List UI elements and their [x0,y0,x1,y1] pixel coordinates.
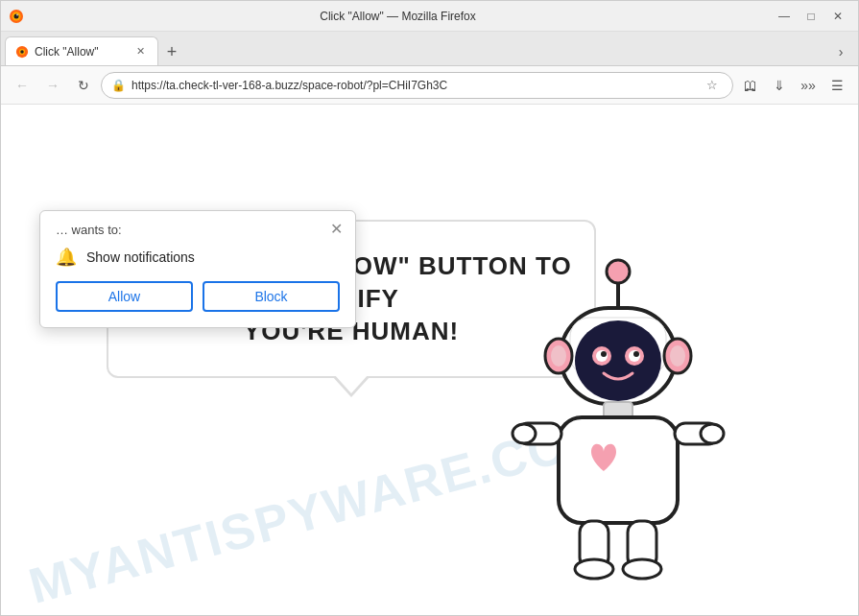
forward-icon: → [46,78,60,93]
url-actions: ☆ [702,75,723,96]
tab-close-button[interactable]: ✕ [132,44,148,59]
svg-point-20 [551,345,566,367]
svg-point-6 [20,50,24,54]
svg-point-11 [575,320,661,401]
svg-point-26 [513,424,536,443]
allow-button[interactable]: Allow [56,281,193,312]
back-button[interactable]: ← [9,72,36,99]
notification-dialog: ✕ … wants to: 🔔 Show notifications Allow… [39,210,356,328]
active-tab[interactable]: Click "Allow" ✕ [5,36,158,65]
firefox-logo-icon [9,9,24,24]
dialog-close-button[interactable]: ✕ [326,219,346,238]
url-text: https://ta.check-tl-ver-168-a.buzz/space… [131,79,696,92]
svg-point-30 [575,559,613,579]
robot-illustration [493,250,743,615]
extensions-icon: »» [800,78,816,93]
url-bar[interactable]: 🔒 https://ta.check-tl-ver-168-a.buzz/spa… [101,72,733,99]
robot-svg [493,250,743,615]
minimize-button[interactable]: — [772,6,797,27]
tab-right-controls: › [827,38,854,65]
browser-title: Click "Allow" — Mozilla Firefox [24,10,772,23]
bookmarks-icon: 🕮 [744,78,757,93]
browser-window: Click "Allow" — Mozilla Firefox — □ ✕ Cl… [0,0,859,616]
tab-favicon-icon [15,45,29,59]
close-button[interactable]: ✕ [825,6,850,27]
bookmark-icon[interactable]: ☆ [702,75,723,96]
downloads-button[interactable]: ⇓ [766,72,793,99]
nav-right-buttons: 🕮 ⇓ »» ☰ [737,72,850,99]
forward-button[interactable]: → [39,72,66,99]
title-bar-controls: — □ ✕ [772,6,850,27]
bell-icon: 🔔 [56,247,77,268]
security-icon: 🔒 [111,79,126,92]
svg-point-27 [701,424,724,443]
page-content: MYANTISPYWARE.COM PRESS THE "ALLOW" BUTT… [1,105,858,615]
wants-to-label: … wants to: [56,223,340,237]
dialog-buttons: Allow Block [56,281,340,312]
svg-point-21 [670,345,685,367]
svg-point-8 [607,260,630,283]
new-tab-button[interactable]: + [158,38,185,65]
svg-point-31 [623,559,661,579]
nav-bar: ← → ↻ 🔒 https://ta.check-tl-ver-168-a.bu… [1,66,858,105]
downloads-icon: ⇓ [774,78,785,93]
extensions-button[interactable]: »» [795,72,822,99]
permission-row: 🔔 Show notifications [56,247,340,268]
menu-button[interactable]: ☰ [823,72,850,99]
reload-button[interactable]: ↻ [70,72,97,99]
back-icon: ← [15,78,29,93]
hamburger-icon: ☰ [831,78,844,93]
tab-label: Click "Allow" [35,45,127,59]
title-bar: Click "Allow" — Mozilla Firefox — □ ✕ [1,1,858,32]
svg-point-17 [633,351,639,357]
tab-chevron-button[interactable]: › [827,38,854,65]
close-icon: ✕ [330,220,343,238]
bookmarks-button[interactable]: 🕮 [737,72,764,99]
permission-label: Show notifications [86,249,195,265]
tab-bar: Click "Allow" ✕ + › [1,32,858,66]
svg-point-3 [16,13,18,15]
svg-point-16 [601,351,607,357]
block-button[interactable]: Block [203,281,340,312]
reload-icon: ↻ [78,78,89,93]
maximize-button[interactable]: □ [799,6,823,27]
svg-rect-23 [559,417,678,523]
